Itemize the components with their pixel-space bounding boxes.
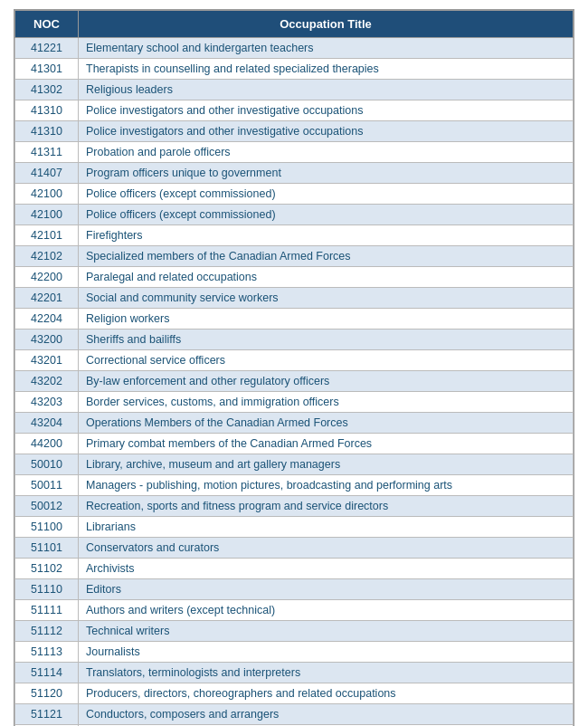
occupation-title-cell: Technical writers	[79, 621, 574, 642]
noc-cell: 50012	[15, 496, 79, 517]
occupation-header: Occupation Title	[79, 11, 574, 38]
occupation-title-cell: Police investigators and other investiga…	[79, 121, 574, 142]
noc-cell: 50011	[15, 475, 79, 496]
table-row: 42100Police officers (except commissione…	[15, 184, 574, 205]
occupation-title-cell: Firefighters	[79, 225, 574, 246]
table-row: 51110Editors	[15, 579, 574, 600]
noc-cell: 51120	[15, 683, 79, 704]
table-row: 51102Archivists	[15, 559, 574, 579]
occupation-title-cell: Recreation, sports and fitness program a…	[79, 496, 574, 517]
noc-cell: 42201	[15, 288, 79, 309]
occupation-title-cell: Religion workers	[79, 309, 574, 330]
table-row: 44200Primary combat members of the Canad…	[15, 434, 574, 454]
occupation-title-cell: Correctional service officers	[79, 350, 574, 371]
noc-cell: 51100	[15, 517, 79, 538]
occupation-title-cell: Therapists in counselling and related sp…	[79, 59, 574, 80]
table-row: 41301Therapists in counselling and relat…	[15, 59, 574, 80]
occupation-title-cell: Editors	[79, 579, 574, 600]
occupation-title-cell: Conservators and curators	[79, 538, 574, 559]
noc-cell: 42102	[15, 246, 79, 267]
table-row: 41310Police investigators and other inve…	[15, 121, 574, 142]
table-row: 41311Probation and parole officers	[15, 142, 574, 163]
noc-cell: 42200	[15, 267, 79, 288]
noc-cell: 51101	[15, 538, 79, 559]
table-row: 51111Authors and writers (except technic…	[15, 600, 574, 621]
noc-cell: 51114	[15, 663, 79, 683]
table-row: 43202By-law enforcement and other regula…	[15, 371, 574, 392]
occupation-title-cell: Translators, terminologists and interpre…	[79, 663, 574, 683]
occupation-title-cell: Archivists	[79, 559, 574, 579]
noc-cell: 41407	[15, 163, 79, 184]
table-row: 43203Border services, customs, and immig…	[15, 392, 574, 413]
occupation-title-cell: Probation and parole officers	[79, 142, 574, 163]
noc-cell: 42204	[15, 309, 79, 330]
noc-cell: 42100	[15, 205, 79, 225]
occupation-title-cell: Program officers unique to government	[79, 163, 574, 184]
occupation-title-cell: Religious leaders	[79, 80, 574, 100]
occupation-title-cell: Sheriffs and bailiffs	[79, 330, 574, 350]
table-row: 51120Producers, directors, choreographer…	[15, 683, 574, 704]
occupation-title-cell: Police officers (except commissioned)	[79, 205, 574, 225]
occupation-title-cell: Conductors, composers and arrangers	[79, 704, 574, 725]
table-row: 42100Police officers (except commissione…	[15, 205, 574, 225]
noc-cell: 43203	[15, 392, 79, 413]
occupation-title-cell: Primary combat members of the Canadian A…	[79, 434, 574, 454]
noc-cell: 51121	[15, 704, 79, 725]
noc-cell: 44200	[15, 434, 79, 454]
table-row: 43201Correctional service officers	[15, 350, 574, 371]
table-row: 42101Firefighters	[15, 225, 574, 246]
table-row: 50011Managers - publishing, motion pictu…	[15, 475, 574, 496]
table-row: 51114Translators, terminologists and int…	[15, 663, 574, 683]
occupation-title-cell: Producers, directors, choreographers and…	[79, 683, 574, 704]
table-row: 43200Sheriffs and bailiffs	[15, 330, 574, 350]
table-row: 41221Elementary school and kindergarten …	[15, 38, 574, 59]
noc-cell: 43201	[15, 350, 79, 371]
table-row: 42201Social and community service worker…	[15, 288, 574, 309]
noc-header: NOC	[15, 11, 79, 38]
noc-cell: 51102	[15, 559, 79, 579]
noc-cell: 42101	[15, 225, 79, 246]
table-header-row: NOC Occupation Title	[15, 11, 574, 38]
noc-cell: 43204	[15, 413, 79, 434]
noc-cell: 51113	[15, 642, 79, 663]
occupation-title-cell: Operations Members of the Canadian Armed…	[79, 413, 574, 434]
noc-cell: 41302	[15, 80, 79, 100]
occupation-title-cell: Elementary school and kindergarten teach…	[79, 38, 574, 59]
table-row: 42200Paralegal and related occupations	[15, 267, 574, 288]
noc-cell: 51112	[15, 621, 79, 642]
occupation-title-cell: Police investigators and other investiga…	[79, 100, 574, 121]
table-row: 43204Operations Members of the Canadian …	[15, 413, 574, 434]
table-row: 42204Religion workers	[15, 309, 574, 330]
occupation-table: NOC Occupation Title 41221Elementary sch…	[14, 10, 574, 726]
noc-cell: 41311	[15, 142, 79, 163]
occupation-title-cell: Library, archive, museum and art gallery…	[79, 454, 574, 475]
noc-cell: 42100	[15, 184, 79, 205]
occupation-title-cell: Paralegal and related occupations	[79, 267, 574, 288]
occupation-title-cell: Managers - publishing, motion pictures, …	[79, 475, 574, 496]
occupation-title-cell: Police officers (except commissioned)	[79, 184, 574, 205]
noc-cell: 41221	[15, 38, 79, 59]
noc-cell: 41310	[15, 121, 79, 142]
table-body: 41221Elementary school and kindergarten …	[15, 38, 574, 727]
occupation-title-cell: Librarians	[79, 517, 574, 538]
occupation-title-cell: By-law enforcement and other regulatory …	[79, 371, 574, 392]
table-row: 50010Library, archive, museum and art ga…	[15, 454, 574, 475]
table-row: 51113Journalists	[15, 642, 574, 663]
noc-cell: 51110	[15, 579, 79, 600]
noc-cell: 43200	[15, 330, 79, 350]
table-row: 51112Technical writers	[15, 621, 574, 642]
occupation-title-cell: Border services, customs, and immigratio…	[79, 392, 574, 413]
table-row: 41407Program officers unique to governme…	[15, 163, 574, 184]
table-row: 42102Specialized members of the Canadian…	[15, 246, 574, 267]
noc-cell: 41301	[15, 59, 79, 80]
occupation-title-cell: Specialized members of the Canadian Arme…	[79, 246, 574, 267]
noc-cell: 51111	[15, 600, 79, 621]
table-row: 51121Conductors, composers and arrangers	[15, 704, 574, 725]
noc-cell: 41310	[15, 100, 79, 121]
table-row: 51100Librarians	[15, 517, 574, 538]
occupation-title-cell: Social and community service workers	[79, 288, 574, 309]
main-table-container: NOC Occupation Title 41221Elementary sch…	[14, 9, 574, 726]
noc-cell: 50010	[15, 454, 79, 475]
table-row: 41302Religious leaders	[15, 80, 574, 100]
occupation-title-cell: Authors and writers (except technical)	[79, 600, 574, 621]
